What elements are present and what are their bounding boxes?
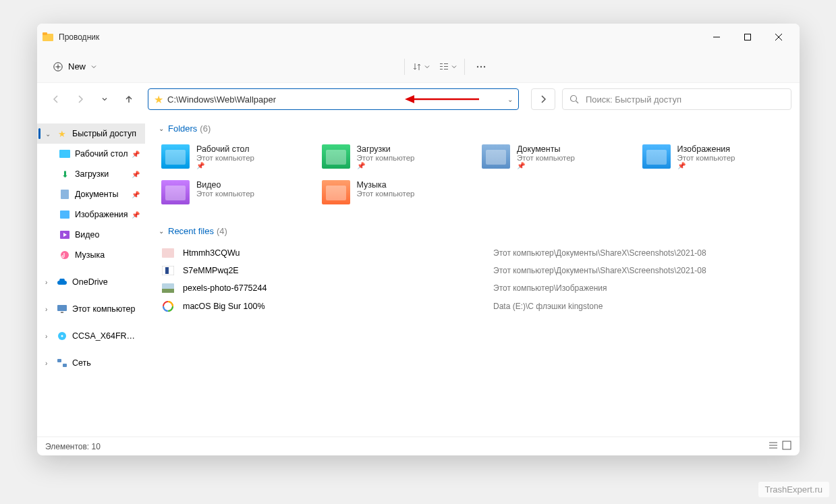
- svg-rect-43: [783, 441, 791, 449]
- folder-documents[interactable]: ДокументыЭтот компьютер📌: [479, 142, 626, 172]
- explorer-icon: [43, 32, 53, 43]
- svg-rect-29: [61, 312, 63, 313]
- chevron-down-icon[interactable]: ⌄: [507, 96, 513, 103]
- folder-pictures[interactable]: ИзображенияЭтот компьютер📌: [640, 142, 787, 172]
- pin-icon: 📌: [132, 211, 140, 219]
- recent-item[interactable]: Htmmh3CQWuЭтот компьютер\Документы\Share…: [159, 244, 786, 262]
- svg-rect-23: [61, 190, 69, 199]
- pin-icon: 📌: [132, 171, 140, 178]
- search-input[interactable]: Поиск: Быстрый доступ: [562, 88, 791, 110]
- chevron-right-icon[interactable]: ›: [45, 279, 53, 286]
- sort-button[interactable]: [408, 55, 435, 79]
- network-icon: [56, 359, 68, 367]
- back-button[interactable]: [45, 88, 67, 110]
- recent-locations-button[interactable]: [94, 88, 115, 110]
- sidebar-item-documents[interactable]: Документы📌: [37, 184, 145, 204]
- svg-rect-38: [162, 289, 174, 293]
- pin-icon: 📌: [196, 162, 254, 169]
- minimize-button[interactable]: [701, 26, 732, 48]
- window-controls: [701, 26, 794, 48]
- video-icon: [59, 231, 71, 239]
- more-button[interactable]: [468, 55, 495, 79]
- pc-icon: [56, 305, 68, 313]
- chevron-down-icon: ⌄: [159, 125, 164, 132]
- svg-rect-32: [57, 359, 61, 362]
- folder-videos[interactable]: ВидеоЭтот компьютер: [159, 177, 306, 207]
- plus-circle-icon: [53, 62, 63, 72]
- explorer-window: Проводник New ★ C:\Windows\Web\Wallpaper: [37, 24, 800, 455]
- svg-rect-3: [745, 34, 751, 40]
- chevron-down-icon: ⌄: [159, 227, 164, 235]
- item-count: Элементов: 10: [45, 442, 101, 451]
- maximize-button[interactable]: [732, 26, 763, 48]
- svg-rect-9: [440, 63, 443, 64]
- svg-rect-10: [444, 63, 448, 64]
- svg-rect-22: [59, 150, 70, 158]
- svg-line-21: [576, 101, 579, 104]
- sidebar-item-videos[interactable]: Видео: [37, 225, 145, 245]
- details-view-button[interactable]: [769, 441, 778, 452]
- new-button[interactable]: New: [45, 57, 105, 76]
- pin-icon: 📌: [357, 162, 415, 169]
- recent-item[interactable]: pexels-photo-6775244Этот компьютер\Изобр…: [159, 279, 786, 297]
- chevron-down-icon[interactable]: ⌄: [45, 130, 53, 138]
- pin-icon: 📌: [517, 162, 575, 169]
- thumbnails-view-button[interactable]: [782, 441, 791, 452]
- sidebar-item-music[interactable]: Музыка: [37, 245, 145, 265]
- go-button[interactable]: [531, 88, 555, 110]
- toolbar: New: [37, 51, 800, 83]
- folder-icon: [161, 144, 190, 169]
- up-button[interactable]: [118, 88, 140, 110]
- folder-icon: [322, 144, 350, 169]
- folder-icon: [642, 144, 671, 169]
- watermark: TrashExpert.ru: [758, 482, 830, 497]
- forward-button[interactable]: [69, 88, 91, 110]
- svg-point-17: [484, 65, 485, 67]
- content-area: ⌄ Folders (6) Рабочий столЭтот компьютер…: [145, 115, 800, 437]
- sidebar-item-pictures[interactable]: Изображения📌: [37, 204, 145, 225]
- folder-music[interactable]: МузыкаЭтот компьютер: [319, 177, 466, 207]
- chevron-right-icon[interactable]: ›: [45, 360, 53, 367]
- pin-icon: 📌: [677, 162, 735, 169]
- image-file-icon: [161, 301, 175, 312]
- separator: [404, 59, 405, 75]
- address-bar[interactable]: ★ C:\Windows\Web\Wallpaper ⌄: [148, 88, 519, 110]
- document-icon: [59, 190, 71, 199]
- navbar: ★ C:\Windows\Web\Wallpaper ⌄ Поиск: Быст…: [37, 83, 800, 115]
- annotation-arrow: [405, 94, 479, 105]
- sidebar-item-network[interactable]: ›Сеть: [37, 353, 145, 373]
- sidebar-item-downloads[interactable]: ⬇Загрузки📌: [37, 164, 145, 184]
- svg-rect-11: [440, 66, 443, 67]
- svg-rect-28: [57, 305, 67, 311]
- svg-rect-13: [440, 69, 443, 69]
- recent-item[interactable]: S7eMMPwq2EЭтот компьютер\Документы\Share…: [159, 262, 786, 279]
- folder-icon: [322, 180, 350, 204]
- folder-downloads[interactable]: ЗагрузкиЭтот компьютер📌: [319, 142, 466, 172]
- svg-rect-36: [165, 267, 169, 274]
- pin-icon: 📌: [132, 191, 140, 198]
- svg-rect-1: [43, 32, 47, 35]
- svg-rect-14: [444, 69, 448, 69]
- sidebar-item-desktop[interactable]: Рабочий стол📌: [37, 144, 145, 164]
- view-button[interactable]: [435, 55, 462, 79]
- search-icon: [569, 94, 579, 104]
- chevron-right-icon[interactable]: ›: [45, 333, 53, 340]
- folders-header[interactable]: ⌄ Folders (6): [159, 123, 786, 134]
- svg-rect-12: [444, 66, 448, 67]
- sidebar-item-ccsa[interactable]: ›CCSA_X64FRE_RU-RU: [37, 326, 145, 346]
- disc-icon: [56, 331, 68, 341]
- sidebar-item-this-pc[interactable]: ›Этот компьютер: [37, 299, 145, 319]
- new-label: New: [68, 61, 86, 72]
- sidebar-item-onedrive[interactable]: ›OneDrive: [37, 272, 145, 292]
- folders-grid: Рабочий столЭтот компьютер📌 ЗагрузкиЭтот…: [159, 142, 786, 207]
- folder-desktop[interactable]: Рабочий столЭтот компьютер📌: [159, 142, 306, 172]
- close-button[interactable]: [763, 26, 794, 48]
- desktop-icon: [59, 150, 71, 158]
- sidebar-item-quick-access[interactable]: ⌄ ★ Быстрый доступ: [37, 123, 145, 144]
- chevron-right-icon[interactable]: ›: [45, 306, 53, 313]
- star-icon: ★: [56, 129, 68, 139]
- recent-item[interactable]: macOS Big Sur 100%Data (E:)\С флэшки kin…: [159, 297, 786, 316]
- status-bar: Элементов: 10: [37, 437, 800, 455]
- image-file-icon: [161, 266, 175, 275]
- recent-header[interactable]: ⌄ Recent files (4): [159, 226, 786, 236]
